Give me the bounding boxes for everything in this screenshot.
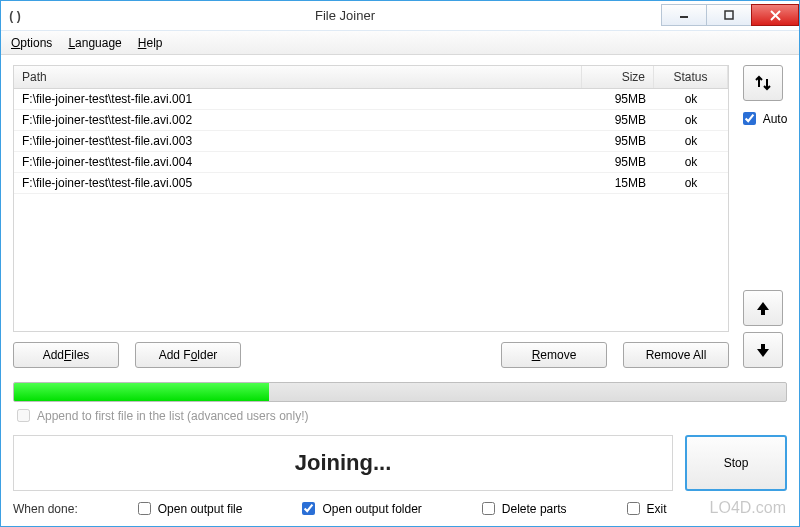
- auto-checkbox-input[interactable]: [743, 112, 756, 125]
- cell-status: ok: [654, 152, 728, 172]
- remove-all-button[interactable]: Remove All: [623, 342, 729, 368]
- exit-label: Exit: [647, 502, 667, 516]
- exit-input[interactable]: [627, 502, 640, 515]
- content-area: Path Size Status F:\file-joiner-test\tes…: [1, 55, 799, 526]
- sort-updown-icon: [753, 73, 773, 93]
- table-row[interactable]: F:\file-joiner-test\test-file.avi.00395M…: [14, 131, 728, 152]
- cell-path: F:\file-joiner-test\test-file.avi.003: [14, 131, 582, 151]
- delete-parts-label: Delete parts: [502, 502, 567, 516]
- progress-bar: [13, 382, 787, 402]
- open-output-folder-label: Open output folder: [322, 502, 421, 516]
- menu-options[interactable]: Options: [11, 36, 52, 50]
- exit-checkbox[interactable]: Exit: [623, 499, 667, 518]
- cell-status: ok: [654, 131, 728, 151]
- list-body: F:\file-joiner-test\test-file.avi.00195M…: [14, 89, 728, 194]
- open-output-file-label: Open output file: [158, 502, 243, 516]
- cell-path: F:\file-joiner-test\test-file.avi.004: [14, 152, 582, 172]
- app-icon: ( ): [1, 9, 29, 23]
- cell-status: ok: [654, 173, 728, 193]
- add-folder-button[interactable]: Add Folder: [135, 342, 241, 368]
- cell-status: ok: [654, 110, 728, 130]
- move-down-button[interactable]: [743, 332, 783, 368]
- auto-checkbox[interactable]: Auto: [739, 109, 788, 128]
- append-checkbox: Append to first file in the list (advanc…: [13, 406, 787, 425]
- menubar: Options Language Help: [1, 31, 799, 55]
- auto-label: Auto: [763, 112, 788, 126]
- window-controls: [661, 5, 799, 26]
- cell-status: ok: [654, 89, 728, 109]
- close-icon: [770, 10, 781, 21]
- app-window: ( ) File Joiner Options Language Help Pa…: [0, 0, 800, 527]
- file-list[interactable]: Path Size Status F:\file-joiner-test\tes…: [13, 65, 729, 332]
- status-box: Joining...: [13, 435, 673, 491]
- status-text: Joining...: [295, 450, 392, 476]
- col-size[interactable]: Size: [582, 66, 654, 88]
- open-output-folder-input[interactable]: [302, 502, 315, 515]
- when-done-label: When done:: [13, 502, 78, 516]
- maximize-button[interactable]: [706, 4, 752, 26]
- svg-rect-1: [725, 11, 733, 19]
- cell-path: F:\file-joiner-test\test-file.avi.001: [14, 89, 582, 109]
- cell-size: 95MB: [582, 110, 654, 130]
- open-output-file-input[interactable]: [138, 502, 151, 515]
- menu-language[interactable]: Language: [68, 36, 121, 50]
- append-checkbox-input: [17, 409, 30, 422]
- cell-path: F:\file-joiner-test\test-file.avi.005: [14, 173, 582, 193]
- side-buttons: Auto: [739, 65, 787, 368]
- stop-button[interactable]: Stop: [685, 435, 787, 491]
- stop-button-label: Stop: [724, 456, 749, 470]
- cell-path: F:\file-joiner-test\test-file.avi.002: [14, 110, 582, 130]
- table-row[interactable]: F:\file-joiner-test\test-file.avi.00515M…: [14, 173, 728, 194]
- minimize-icon: [679, 10, 689, 20]
- arrow-down-icon: [754, 341, 772, 359]
- cell-size: 95MB: [582, 152, 654, 172]
- window-title: File Joiner: [29, 8, 661, 23]
- minimize-button[interactable]: [661, 4, 707, 26]
- action-row: Joining... Stop: [13, 435, 787, 491]
- table-row[interactable]: F:\file-joiner-test\test-file.avi.00495M…: [14, 152, 728, 173]
- cell-size: 15MB: [582, 173, 654, 193]
- maximize-icon: [724, 10, 734, 20]
- file-list-section: Path Size Status F:\file-joiner-test\tes…: [13, 65, 729, 368]
- table-row[interactable]: F:\file-joiner-test\test-file.avi.00195M…: [14, 89, 728, 110]
- titlebar: ( ) File Joiner: [1, 1, 799, 31]
- cell-size: 95MB: [582, 89, 654, 109]
- menu-help[interactable]: Help: [138, 36, 163, 50]
- delete-parts-input[interactable]: [482, 502, 495, 515]
- open-output-file-checkbox[interactable]: Open output file: [134, 499, 243, 518]
- delete-parts-checkbox[interactable]: Delete parts: [478, 499, 567, 518]
- progress-fill: [14, 383, 269, 401]
- move-up-button[interactable]: [743, 290, 783, 326]
- open-output-folder-checkbox[interactable]: Open output folder: [298, 499, 421, 518]
- when-done-row: When done: Open output file Open output …: [13, 491, 787, 520]
- list-buttons: Add Files Add Folder Remove Remove All: [13, 342, 729, 368]
- append-label: Append to first file in the list (advanc…: [37, 409, 308, 423]
- sort-button[interactable]: [743, 65, 783, 101]
- col-path[interactable]: Path: [14, 66, 582, 88]
- arrow-up-icon: [754, 299, 772, 317]
- table-row[interactable]: F:\file-joiner-test\test-file.avi.00295M…: [14, 110, 728, 131]
- col-status[interactable]: Status: [654, 66, 728, 88]
- progress-section: Append to first file in the list (advanc…: [13, 382, 787, 425]
- cell-size: 95MB: [582, 131, 654, 151]
- list-header: Path Size Status: [14, 66, 728, 89]
- remove-button[interactable]: Remove: [501, 342, 607, 368]
- upper-section: Path Size Status F:\file-joiner-test\tes…: [13, 65, 787, 368]
- close-button[interactable]: [751, 4, 799, 26]
- add-files-button[interactable]: Add Files: [13, 342, 119, 368]
